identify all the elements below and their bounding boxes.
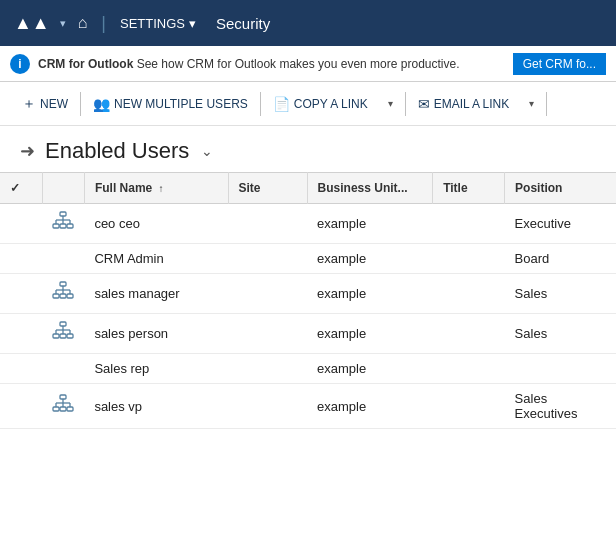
table-header-row: ✓ Full Name ↑ Site Business Unit... Titl… — [0, 173, 616, 204]
row-fullname: CRM Admin — [84, 244, 228, 274]
row-checkbox-cell[interactable] — [0, 354, 42, 384]
column-header-check[interactable]: ✓ — [0, 173, 42, 204]
toolbar-separator-1 — [80, 92, 81, 116]
svg-rect-6 — [53, 224, 59, 228]
svg-rect-0 — [60, 212, 66, 216]
copy-link-icon: 📄 — [273, 96, 290, 112]
svg-rect-9 — [60, 282, 66, 286]
row-checkbox-cell[interactable] — [0, 314, 42, 354]
svg-rect-7 — [60, 224, 66, 228]
svg-rect-16 — [60, 294, 66, 298]
user-org-icon — [52, 211, 74, 233]
column-header-icon — [42, 173, 84, 204]
row-title — [433, 274, 505, 314]
user-org-icon — [52, 281, 74, 303]
copy-link-dropdown-button[interactable]: ▾ — [378, 93, 403, 114]
row-fullname: ceo ceo — [84, 204, 228, 244]
row-bu: example — [307, 204, 433, 244]
users-table-container: ✓ Full Name ↑ Site Business Unit... Titl… — [0, 172, 616, 429]
table-row[interactable]: sales person example Sales — [0, 314, 616, 354]
svg-rect-26 — [67, 334, 73, 338]
column-header-fullname[interactable]: Full Name ↑ — [84, 173, 228, 204]
banner-message: See how CRM for Outlook makes you even m… — [137, 57, 460, 71]
toolbar-separator-2 — [260, 92, 261, 116]
crm-banner: i CRM for Outlook See how CRM for Outloo… — [0, 46, 616, 82]
toolbar-separator-3 — [405, 92, 406, 116]
email-link-button[interactable]: ✉ EMAIL A LINK — [408, 91, 520, 117]
banner-text: CRM for Outlook See how CRM for Outlook … — [38, 57, 459, 71]
info-icon: i — [10, 54, 30, 74]
row-position: Executive — [505, 204, 616, 244]
table-row[interactable]: sales manager example Sales — [0, 274, 616, 314]
row-site — [228, 314, 307, 354]
nav-divider: | — [95, 13, 112, 34]
row-site — [228, 354, 307, 384]
logo-chevron-icon: ▾ — [56, 17, 70, 30]
row-title — [433, 354, 505, 384]
email-link-icon: ✉ — [418, 96, 430, 112]
pinned-icon: ➜ — [20, 140, 35, 162]
user-org-icon — [52, 321, 74, 343]
row-fullname: sales manager — [84, 274, 228, 314]
email-link-chevron-icon: ▾ — [529, 98, 534, 109]
table-row[interactable]: CRM Admin example Board — [0, 244, 616, 274]
row-position: Sales Executives — [505, 384, 616, 429]
row-checkbox-cell[interactable] — [0, 244, 42, 274]
settings-chevron-icon: ▾ — [189, 16, 196, 31]
title-dropdown-icon[interactable]: ⌄ — [201, 143, 213, 159]
users-table: ✓ Full Name ↑ Site Business Unit... Titl… — [0, 172, 616, 429]
row-icon-cell — [42, 384, 84, 429]
row-title — [433, 314, 505, 354]
svg-rect-27 — [60, 395, 66, 399]
row-bu: example — [307, 314, 433, 354]
column-header-site[interactable]: Site — [228, 173, 307, 204]
toolbar-separator-4 — [546, 92, 547, 116]
copy-link-button[interactable]: 📄 COPY A LINK — [263, 91, 378, 117]
row-bu: example — [307, 244, 433, 274]
row-site — [228, 204, 307, 244]
email-link-dropdown-button[interactable]: ▾ — [519, 93, 544, 114]
row-icon-cell — [42, 314, 84, 354]
row-checkbox-cell[interactable] — [0, 384, 42, 429]
new-icon: ＋ — [22, 95, 36, 113]
copy-link-chevron-icon: ▾ — [388, 98, 393, 109]
svg-rect-34 — [60, 407, 66, 411]
app-logo: ▲▲ — [8, 13, 56, 34]
column-header-position[interactable]: Position — [505, 173, 616, 204]
settings-label: SETTINGS — [120, 16, 185, 31]
row-site — [228, 244, 307, 274]
row-icon-cell — [42, 354, 84, 384]
new-button[interactable]: ＋ NEW — [12, 90, 78, 118]
column-header-bu[interactable]: Business Unit... — [307, 173, 433, 204]
get-crm-button[interactable]: Get CRM fo... — [513, 53, 606, 75]
top-nav: ▲▲ ▾ ⌂ | SETTINGS ▾ Security — [0, 0, 616, 46]
table-row[interactable]: sales vp example Sales Executives — [0, 384, 616, 429]
settings-button[interactable]: SETTINGS ▾ — [112, 10, 204, 37]
svg-rect-24 — [53, 334, 59, 338]
row-title — [433, 244, 505, 274]
svg-rect-15 — [53, 294, 59, 298]
row-checkbox-cell[interactable] — [0, 274, 42, 314]
security-label: Security — [204, 15, 282, 32]
row-bu: example — [307, 354, 433, 384]
new-label: NEW — [40, 97, 68, 111]
row-title — [433, 384, 505, 429]
svg-rect-35 — [67, 407, 73, 411]
row-fullname: Sales rep — [84, 354, 228, 384]
column-header-title[interactable]: Title — [433, 173, 505, 204]
row-fullname: sales person — [84, 314, 228, 354]
row-position: Board — [505, 244, 616, 274]
row-checkbox-cell[interactable] — [0, 204, 42, 244]
row-icon-cell — [42, 274, 84, 314]
banner-app-name: CRM for Outlook — [38, 57, 133, 71]
table-row[interactable]: Sales rep example — [0, 354, 616, 384]
new-multiple-users-button[interactable]: 👥 NEW MULTIPLE USERS — [83, 91, 258, 117]
row-bu: example — [307, 274, 433, 314]
copy-link-label: COPY A LINK — [294, 97, 368, 111]
home-icon[interactable]: ⌂ — [70, 14, 96, 32]
table-row[interactable]: ceo ceo example Executive — [0, 204, 616, 244]
sort-asc-icon: ↑ — [159, 183, 164, 194]
new-multiple-icon: 👥 — [93, 96, 110, 112]
user-org-icon — [52, 394, 74, 416]
row-title — [433, 204, 505, 244]
